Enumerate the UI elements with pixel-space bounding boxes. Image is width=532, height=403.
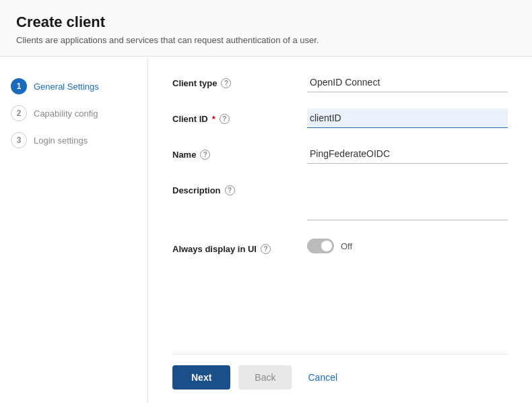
always-display-label: Always display in UI ? bbox=[172, 239, 307, 254]
client-type-help-icon[interactable]: ? bbox=[221, 78, 231, 88]
next-button[interactable]: Next bbox=[172, 365, 230, 390]
client-type-row: Client type ? bbox=[172, 73, 508, 92]
form-body: Client type ? Client ID * ? bbox=[172, 73, 508, 343]
toggle-row: Off bbox=[307, 239, 508, 253]
sidebar-item-login-settings[interactable]: 3 Login settings bbox=[11, 127, 137, 154]
client-id-required: * bbox=[212, 114, 215, 124]
step-2-label: Capability config bbox=[34, 108, 98, 119]
client-type-label: Client type ? bbox=[172, 73, 307, 88]
description-input[interactable] bbox=[307, 180, 508, 220]
description-label: Description ? bbox=[172, 180, 307, 195]
step-3-number: 3 bbox=[11, 132, 27, 148]
name-row: Name ? bbox=[172, 144, 508, 164]
always-display-help-icon[interactable]: ? bbox=[261, 244, 271, 254]
client-id-row: Client ID * ? bbox=[172, 108, 508, 128]
page-subtitle: Clients are applications and services th… bbox=[16, 35, 516, 45]
client-id-help-icon[interactable]: ? bbox=[220, 114, 230, 124]
sidebar-item-general-settings[interactable]: 1 General Settings bbox=[11, 73, 137, 100]
main-content: 1 General Settings 2 Capability config 3… bbox=[0, 57, 532, 403]
page-header: Create client Clients are applications a… bbox=[0, 0, 532, 57]
cancel-link[interactable]: Cancel bbox=[300, 365, 345, 390]
description-help-icon[interactable]: ? bbox=[225, 185, 235, 195]
sidebar: 1 General Settings 2 Capability config 3… bbox=[0, 57, 148, 403]
name-help-icon[interactable]: ? bbox=[200, 150, 210, 160]
always-display-row: Always display in UI ? Off bbox=[172, 239, 508, 254]
client-type-input[interactable] bbox=[307, 73, 508, 92]
client-id-input[interactable] bbox=[307, 108, 508, 128]
always-display-toggle[interactable] bbox=[307, 239, 334, 253]
client-id-label: Client ID * ? bbox=[172, 108, 307, 124]
form-footer: Next Back Cancel bbox=[172, 354, 508, 390]
name-input[interactable] bbox=[307, 144, 508, 164]
step-1-number: 1 bbox=[11, 78, 27, 94]
sidebar-item-capability-config[interactable]: 2 Capability config bbox=[11, 100, 137, 127]
name-label: Name ? bbox=[172, 144, 307, 160]
step-2-number: 2 bbox=[11, 105, 27, 121]
back-button: Back bbox=[238, 365, 292, 390]
always-display-control: Off bbox=[307, 239, 508, 253]
toggle-state-label: Off bbox=[341, 241, 352, 251]
description-control bbox=[307, 180, 508, 222]
description-row: Description ? bbox=[172, 180, 508, 222]
client-type-control bbox=[307, 73, 508, 92]
client-id-control bbox=[307, 108, 508, 128]
page-title: Create client bbox=[16, 13, 516, 31]
toggle-track[interactable] bbox=[307, 239, 334, 253]
form-area: Client type ? Client ID * ? bbox=[148, 57, 532, 403]
step-3-label: Login settings bbox=[34, 135, 88, 146]
toggle-thumb bbox=[321, 241, 332, 251]
name-control bbox=[307, 144, 508, 164]
step-1-label: General Settings bbox=[34, 82, 99, 92]
